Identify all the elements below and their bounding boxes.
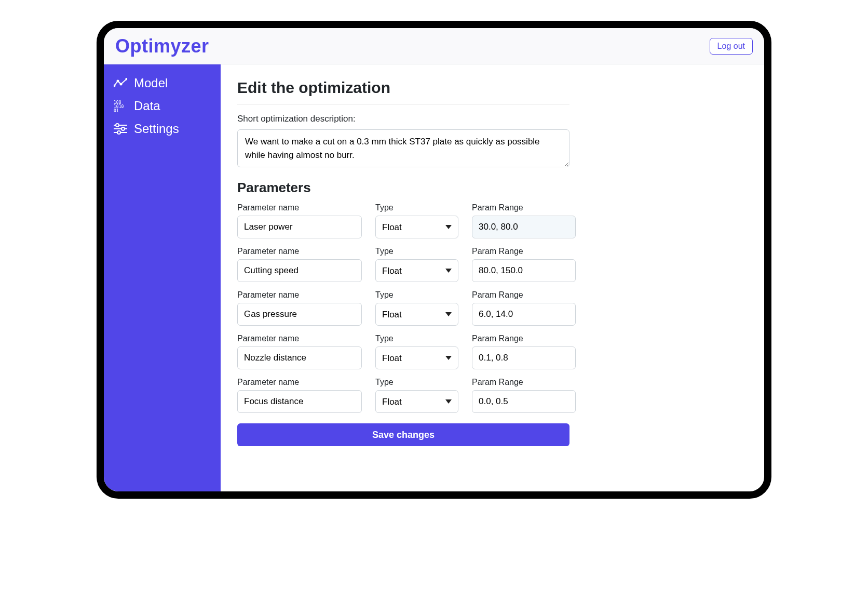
divider [237,104,569,104]
parameter-row: Parameter nameTypeFloatParam Range [237,378,569,413]
sidebar-item-label: Settings [134,122,179,136]
parameter-name-label: Parameter name [237,290,362,300]
description-label: Short optimization description: [237,114,569,124]
parameter-type-select[interactable]: Float [375,259,458,282]
sidebar-item-data[interactable]: 100 1010 01 Data [104,95,221,117]
svg-text:01: 01 [114,109,119,112]
parameters-heading: Parameters [237,180,569,196]
svg-point-3 [126,78,128,80]
parameter-type-label: Type [375,247,458,256]
parameter-range-label: Param Range [472,247,576,256]
parameter-type-select[interactable]: Float [375,303,458,326]
parameter-type-label: Type [375,378,458,387]
sidebar-item-label: Model [134,76,168,90]
svg-point-8 [116,124,119,127]
parameter-row: Parameter nameTypeFloatParam Range [237,203,569,238]
parameter-range-input[interactable] [472,216,576,238]
parameter-type-label: Type [375,334,458,343]
parameter-row: Parameter nameTypeFloatParam Range [237,247,569,282]
description-textarea[interactable] [237,129,569,167]
logout-button[interactable]: Log out [710,38,753,55]
svg-point-12 [117,131,120,134]
svg-point-1 [117,81,119,82]
parameter-row: Parameter nameTypeFloatParam Range [237,334,569,369]
parameter-name-input[interactable] [237,346,362,369]
parameter-name-input[interactable] [237,216,362,238]
parameter-range-input[interactable] [472,346,576,369]
app-logo: Optimyzer [115,35,209,57]
sidebar-item-settings[interactable]: Settings [104,117,221,140]
parameter-row: Parameter nameTypeFloatParam Range [237,290,569,326]
parameter-type-select[interactable]: Float [375,216,458,238]
save-changes-button[interactable]: Save changes [237,423,569,446]
parameter-name-label: Parameter name [237,247,362,256]
parameter-name-input[interactable] [237,259,362,282]
sidebar-item-label: Data [134,99,160,113]
svg-point-10 [121,127,125,130]
sidebar: Model 100 1010 01 Data [104,64,221,491]
parameter-name-label: Parameter name [237,203,362,212]
parameter-type-select[interactable]: Float [375,390,458,413]
parameter-range-label: Param Range [472,290,576,300]
header: Optimyzer Log out [104,28,764,64]
parameter-type-select[interactable]: Float [375,346,458,369]
parameter-range-input[interactable] [472,303,576,326]
parameter-range-label: Param Range [472,203,576,212]
parameter-type-label: Type [375,203,458,212]
sidebar-item-model[interactable]: Model [104,72,221,95]
sliders-icon [113,122,128,136]
chart-line-icon [113,76,128,90]
svg-point-2 [120,84,122,85]
device-frame: Optimyzer Log out Model [97,21,771,499]
parameter-range-label: Param Range [472,378,576,387]
parameter-name-input[interactable] [237,390,362,413]
parameter-type-label: Type [375,290,458,300]
parameter-name-label: Parameter name [237,334,362,343]
parameter-range-label: Param Range [472,334,576,343]
svg-point-0 [114,85,115,87]
binary-icon: 100 1010 01 [113,99,128,113]
parameter-name-label: Parameter name [237,378,362,387]
page-title: Edit the optimization [237,79,569,97]
parameter-range-input[interactable] [472,259,576,282]
parameter-range-input[interactable] [472,390,576,413]
parameter-name-input[interactable] [237,303,362,326]
main-content: Edit the optimization Short optimization… [221,64,764,491]
